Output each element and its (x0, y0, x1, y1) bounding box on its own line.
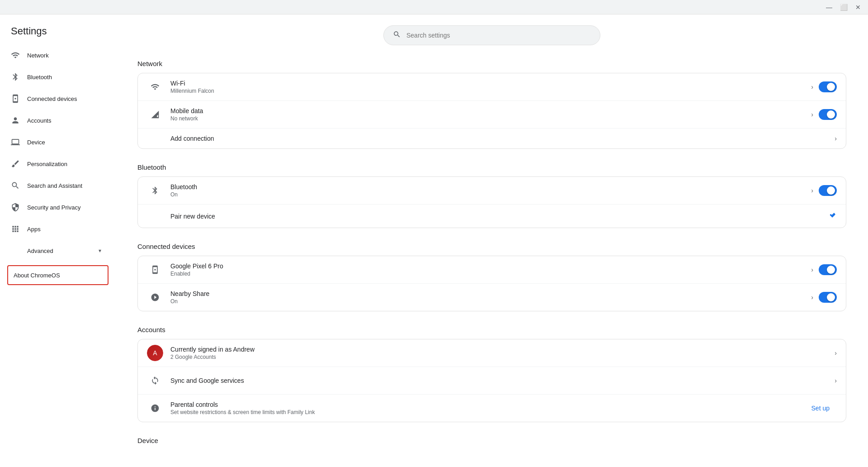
bluetooth-chevron-icon: › (811, 187, 813, 194)
bluetooth-row-title: Bluetooth (170, 183, 811, 191)
device-section: Device (137, 437, 846, 444)
mobile-data-toggle-slider (819, 109, 837, 120)
network-section-card: Wi-Fi Millennium Falcon › (137, 73, 846, 149)
sidebar-item-network[interactable]: Network (0, 44, 112, 66)
wifi-toggle[interactable] (819, 81, 837, 92)
parental-controls-subtitle: Set website restrictions & screen time l… (170, 409, 804, 415)
pair-device-icon (828, 211, 837, 221)
signed-in-row[interactable]: A Currently signed in as Andrew 2 Google… (138, 339, 846, 367)
window-controls: — ⬜ ✕ (823, 1, 864, 14)
sidebar-item-personalization[interactable]: Personalization (0, 153, 112, 175)
sidebar-item-security-privacy[interactable]: Security and Privacy (0, 196, 112, 218)
sidebar-item-label-personalization: Personalization (27, 161, 67, 167)
apps-icon (11, 224, 20, 234)
accounts-section-card: A Currently signed in as Andrew 2 Google… (137, 339, 846, 422)
parental-controls-icon (147, 400, 163, 416)
sync-controls: › (835, 377, 837, 384)
google-pixel-row[interactable]: Google Pixel 6 Pro Enabled › (138, 256, 846, 284)
sidebar: Settings Network Bluetooth Connected dev… (0, 14, 116, 467)
add-connection-label: Add connection (147, 135, 835, 142)
add-connection-chevron-icon: › (835, 135, 837, 142)
signed-in-title: Currently signed in as Andrew (170, 346, 835, 353)
advanced-chevron-icon: ▾ (99, 248, 101, 254)
connected-devices-card: Google Pixel 6 Pro Enabled › (137, 256, 846, 311)
sidebar-item-label-device: Device (27, 139, 45, 146)
minimize-button[interactable]: — (823, 1, 835, 14)
google-pixel-toggle-slider (819, 264, 837, 275)
google-pixel-toggle[interactable] (819, 264, 837, 275)
mobile-data-icon (147, 106, 163, 123)
sidebar-item-apps[interactable]: Apps (0, 218, 112, 240)
accounts-section: Accounts A Currently signed in as Andrew… (137, 326, 846, 422)
search-bar[interactable] (383, 25, 600, 45)
mobile-data-row[interactable]: Mobile data No network › (138, 101, 846, 129)
personalization-icon (11, 159, 20, 168)
pair-new-device-row[interactable]: Pair new device (138, 205, 846, 228)
sync-icon (147, 372, 163, 389)
add-connection-row[interactable]: Add connection › (138, 129, 846, 148)
parental-controls-title: Parental controls (170, 401, 804, 408)
accounts-icon (11, 116, 20, 125)
bluetooth-row-icon (147, 182, 163, 199)
bluetooth-section-title: Bluetooth (137, 163, 846, 171)
connected-devices-icon (11, 94, 20, 103)
phone-icon (147, 262, 163, 278)
bluetooth-controls: › (811, 185, 837, 196)
connected-devices-section: Connected devices Google Pixel 6 Pro Ena… (137, 243, 846, 311)
setup-button[interactable]: Set up (804, 401, 837, 415)
signed-in-text: Currently signed in as Andrew 2 Google A… (170, 346, 835, 360)
wifi-row-icon (147, 79, 163, 95)
sidebar-item-bluetooth[interactable]: Bluetooth (0, 66, 112, 88)
avatar-image: A (147, 345, 163, 361)
nearby-share-title: Nearby Share (170, 290, 811, 297)
mobile-data-toggle[interactable] (819, 109, 837, 120)
sidebar-item-accounts[interactable]: Accounts (0, 110, 112, 131)
search-input[interactable] (406, 32, 591, 39)
parental-controls-text: Parental controls Set website restrictio… (170, 401, 804, 415)
sync-title: Sync and Google services (170, 377, 835, 384)
bluetooth-row[interactable]: Bluetooth On › (138, 177, 846, 205)
close-button[interactable]: ✕ (852, 1, 864, 14)
sidebar-item-advanced[interactable]: Advanced ▾ (0, 240, 112, 262)
sidebar-item-connected-devices[interactable]: Connected devices (0, 88, 112, 110)
sidebar-item-label-search-assistant: Search and Assistant (27, 182, 82, 189)
bluetooth-toggle-slider (819, 185, 837, 196)
parental-controls-row[interactable]: Parental controls Set website restrictio… (138, 395, 846, 422)
mobile-data-text: Mobile data No network (170, 107, 811, 122)
wifi-row[interactable]: Wi-Fi Millennium Falcon › (138, 73, 846, 101)
google-pixel-controls: › (811, 264, 837, 275)
nearby-share-controls: › (811, 292, 837, 303)
nearby-share-chevron-icon: › (811, 294, 813, 301)
mobile-data-controls: › (811, 109, 837, 120)
sidebar-item-search-assistant[interactable]: Search and Assistant (0, 175, 112, 196)
nearby-share-toggle[interactable] (819, 292, 837, 303)
nearby-share-text: Nearby Share On (170, 290, 811, 305)
app-container: Settings Network Bluetooth Connected dev… (0, 14, 868, 467)
wifi-controls: › (811, 81, 837, 92)
google-pixel-title: Google Pixel 6 Pro (170, 262, 811, 270)
parental-controls-controls: Set up (804, 401, 837, 415)
search-assistant-icon (11, 181, 20, 190)
avatar: A (147, 345, 163, 361)
wifi-chevron-icon: › (811, 83, 813, 91)
bluetooth-icon (11, 72, 20, 81)
nearby-share-row[interactable]: Nearby Share On › (138, 284, 846, 311)
bluetooth-row-subtitle: On (170, 191, 811, 198)
nearby-share-subtitle: On (170, 298, 811, 305)
connected-devices-section-title: Connected devices (137, 243, 846, 250)
wifi-title: Wi-Fi (170, 80, 811, 87)
sidebar-item-label-network: Network (27, 52, 49, 59)
maximize-button[interactable]: ⬜ (837, 1, 850, 14)
sidebar-title: Settings (0, 22, 116, 44)
sync-row[interactable]: Sync and Google services › (138, 367, 846, 395)
about-chromeos-button[interactable]: About ChromeOS (7, 265, 108, 285)
bluetooth-section: Bluetooth Bluetooth On › (137, 163, 846, 228)
about-chromeos-label: About ChromeOS (14, 272, 60, 279)
sidebar-item-device[interactable]: Device (0, 131, 112, 153)
google-pixel-text: Google Pixel 6 Pro Enabled (170, 262, 811, 277)
sidebar-item-label-accounts: Accounts (27, 117, 51, 124)
main-content: Network Wi-Fi Millennium Falcon › (116, 14, 868, 467)
device-icon (11, 138, 20, 147)
bluetooth-toggle[interactable] (819, 185, 837, 196)
sync-text: Sync and Google services (170, 377, 835, 384)
